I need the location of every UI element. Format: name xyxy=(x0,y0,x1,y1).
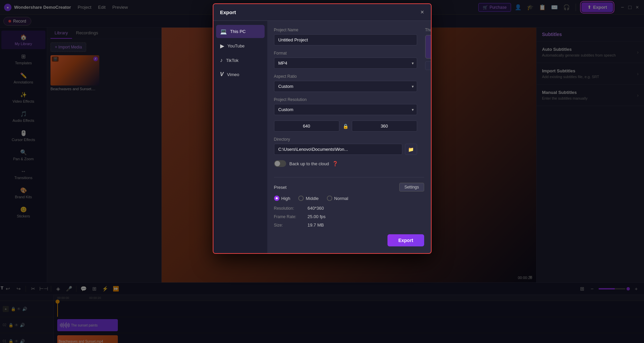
settings-button[interactable]: Settings xyxy=(399,183,424,192)
modal-overlay: Export × 💻 This PC ▶ YouTube ♪ TikTok xyxy=(0,0,644,343)
radio-normal-circle xyxy=(327,196,332,201)
toggle-knob xyxy=(275,161,280,166)
format-group: Format MP4 MOV AVI ▾ xyxy=(274,51,417,69)
aspect-ratio-select[interactable]: Custom 16:9 4:3 xyxy=(274,81,417,92)
lock-icon: 🔒 xyxy=(343,124,348,129)
directory-label: Directory xyxy=(274,137,417,142)
pc-icon: 💻 xyxy=(220,28,227,35)
modal-title: Export xyxy=(220,9,236,15)
aspect-ratio-select-wrapper: Custom 16:9 4:3 ▾ xyxy=(274,81,417,92)
nav-this-pc[interactable]: 💻 This PC xyxy=(216,25,265,38)
help-icon[interactable]: ❓ xyxy=(332,161,338,166)
radio-normal[interactable]: Normal xyxy=(327,196,348,201)
preset-section: Preset Settings High Middle xyxy=(274,177,424,246)
resolution-select[interactable]: Custom 1920x1080 1280x720 xyxy=(274,104,417,115)
info-size-label: Size: xyxy=(274,223,308,228)
thumbnail-edit-button[interactable]: Edit xyxy=(425,61,431,70)
directory-input[interactable] xyxy=(274,144,402,155)
preset-row: Preset Settings xyxy=(274,183,424,192)
resolution-select-wrapper: Custom 1920x1080 1280x720 ▾ xyxy=(274,104,417,115)
radio-middle-circle xyxy=(298,196,304,201)
nav-vimeo[interactable]: V Vimeo xyxy=(216,68,265,81)
modal-nav: 💻 This PC ▶ YouTube ♪ TikTok V Vimeo xyxy=(213,21,267,253)
thumbnail-preview: ✏️ xyxy=(425,35,431,59)
modal-body: 💻 This PC ▶ YouTube ♪ TikTok V Vimeo xyxy=(213,21,431,253)
format-select-wrapper: MP4 MOV AVI ▾ xyxy=(274,58,417,69)
modal-content: Project Name Format MP4 MOV AVI xyxy=(267,21,431,253)
wh-group: 🔒 xyxy=(274,121,417,132)
youtube-icon: ▶ xyxy=(220,43,224,49)
browse-button[interactable]: 📁 xyxy=(405,144,417,155)
cloud-toggle[interactable] xyxy=(274,160,286,167)
aspect-ratio-label: Aspect Ratio xyxy=(274,74,417,79)
vimeo-icon: V xyxy=(220,71,224,77)
cloud-label: Back up to the cloud xyxy=(290,161,329,166)
preset-label: Preset xyxy=(274,185,287,190)
info-size-row: Size: 19.7 MB xyxy=(274,222,424,228)
modal-header: Export × xyxy=(213,4,431,21)
preset-radio-group: High Middle Normal xyxy=(274,196,424,201)
directory-group: Directory 📁 xyxy=(274,137,417,155)
directory-row: 📁 xyxy=(274,144,417,155)
aspect-ratio-group: Aspect Ratio Custom 16:9 4:3 ▾ xyxy=(274,74,417,92)
project-name-label: Project Name xyxy=(274,28,417,32)
nav-tiktok[interactable]: ♪ TikTok xyxy=(216,54,265,67)
form-main: Project Name Format MP4 MOV AVI xyxy=(274,28,417,170)
radio-high[interactable]: High xyxy=(274,196,291,201)
info-framerate-value: 25.00 fps xyxy=(308,214,326,219)
width-input[interactable] xyxy=(274,121,339,132)
export-modal: Export × 💻 This PC ▶ YouTube ♪ TikTok xyxy=(213,3,432,254)
nav-youtube[interactable]: ▶ YouTube xyxy=(216,39,265,53)
info-resolution-row: Resolution: 640*360 xyxy=(274,206,424,211)
radio-high-circle xyxy=(274,196,279,201)
project-name-group: Project Name xyxy=(274,28,417,45)
info-resolution-label: Resolution: xyxy=(274,206,308,211)
info-framerate-label: Frame Rate: xyxy=(274,214,308,219)
resolution-group: Project Resolution Custom 1920x1080 1280… xyxy=(274,97,417,115)
modal-right-col: Project Name Format MP4 MOV AVI xyxy=(274,28,424,170)
info-framerate-row: Frame Rate: 25.00 fps xyxy=(274,214,424,219)
export-modal-button[interactable]: Export xyxy=(387,234,424,246)
height-input[interactable] xyxy=(352,121,417,132)
thumbnail-label: Thumbnail: xyxy=(425,28,431,32)
resolution-row: 🔒 xyxy=(274,121,417,132)
form-thumbnail: Thumbnail: ✏️ Edit xyxy=(425,28,431,170)
format-select[interactable]: MP4 MOV AVI xyxy=(274,58,417,69)
radio-middle[interactable]: Middle xyxy=(298,196,318,201)
project-name-input[interactable] xyxy=(274,34,417,45)
format-label: Format xyxy=(274,51,417,56)
tiktok-icon: ♪ xyxy=(220,57,223,63)
info-resolution-value: 640*360 xyxy=(308,206,324,211)
modal-close-button[interactable]: × xyxy=(420,9,424,16)
resolution-label: Project Resolution xyxy=(274,97,417,102)
cloud-backup-row: Back up to the cloud ❓ xyxy=(274,160,417,167)
info-size-value: 19.7 MB xyxy=(308,222,324,228)
